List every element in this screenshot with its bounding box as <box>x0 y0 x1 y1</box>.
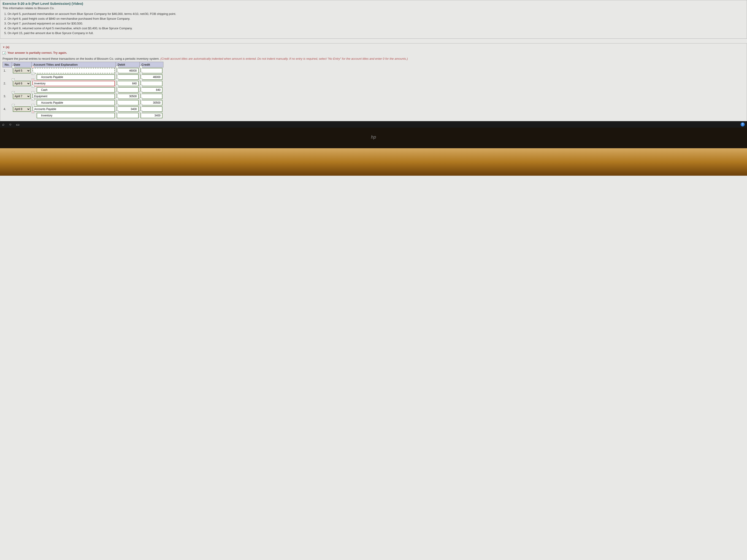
check-icon: ✓ <box>116 78 119 81</box>
debit-cell: ✓ <box>116 87 139 93</box>
row-number <box>3 112 12 119</box>
account-title-input[interactable] <box>36 74 115 80</box>
check-icon: ✓ <box>12 104 15 107</box>
credit-input[interactable] <box>140 68 162 74</box>
debit-input[interactable] <box>117 68 139 74</box>
search-icon[interactable]: ⌕ <box>2 123 5 127</box>
check-icon: ✓ <box>12 65 15 69</box>
account-cell: ✓ <box>32 93 116 100</box>
debit-cell: ✓ <box>116 74 139 80</box>
table-row: 1.✓April 5✕✓✓ <box>3 67 163 74</box>
check-icon: ✓ <box>116 110 119 113</box>
date-cell <box>12 100 32 106</box>
account-title-input[interactable] <box>32 81 115 86</box>
date-cell <box>12 112 32 119</box>
exercise-title: Exercise 5-20 a-b (Part Level Submission… <box>2 2 745 5</box>
feedback-message: ↗ Your answer is partially correct. Try … <box>2 51 745 55</box>
monitor-bezel: hp <box>0 128 747 148</box>
date-select[interactable]: April 6 <box>13 81 31 86</box>
date-select[interactable]: April 7 <box>13 94 31 99</box>
col-date: Date <box>12 62 32 67</box>
instruction-note: (Credit account titles are automatically… <box>160 57 408 60</box>
account-cell: ✕ <box>32 67 116 74</box>
check-icon: ✓ <box>32 104 34 107</box>
date-cell: ✓April 5 <box>12 67 32 74</box>
table-row: ✓✓✓ <box>3 100 163 106</box>
check-icon: ✓ <box>139 65 143 69</box>
journal-table: No. Date Account Titles and Explanation … <box>2 62 163 119</box>
cortana-icon[interactable]: ○ <box>9 123 11 127</box>
debit-input[interactable] <box>117 106 139 112</box>
check-icon: ✓ <box>139 91 143 94</box>
credit-input[interactable] <box>140 106 162 112</box>
credit-input[interactable] <box>140 94 162 99</box>
row-number: 1. <box>3 67 12 74</box>
hp-logo: hp <box>0 128 747 140</box>
credit-cell: ✓ <box>139 93 163 100</box>
account-title-input[interactable] <box>36 87 115 92</box>
check-icon: ✓ <box>116 104 119 107</box>
account-title-input[interactable] <box>32 68 115 74</box>
check-icon: ✓ <box>139 110 143 113</box>
account-cell: ✕ <box>32 80 116 87</box>
account-title-input[interactable] <box>32 106 115 112</box>
col-no: No. <box>3 62 12 67</box>
list-item: On April 6, paid freight costs of $840 o… <box>7 17 745 20</box>
date-select[interactable]: April 8 <box>13 106 31 112</box>
list-item: On April 5, purchased merchandise on acc… <box>7 12 745 16</box>
debit-input[interactable] <box>117 94 139 99</box>
part-label[interactable]: (a) <box>2 45 745 49</box>
credit-input[interactable] <box>140 74 162 80</box>
list-item: On April 8, returned some of April 5 mer… <box>7 27 745 30</box>
credit-cell: ✓ <box>139 112 163 119</box>
windows-taskbar[interactable]: ⌕ ○ ▭ ? <box>0 121 747 128</box>
debit-cell: ✓ <box>116 67 139 74</box>
credit-cell: ✓ <box>139 74 163 80</box>
col-credit: Credit <box>139 62 163 67</box>
account-title-input[interactable] <box>36 113 115 118</box>
list-item: On April 7, purchased equipment on accou… <box>7 22 745 25</box>
table-row: ✕✓✓ <box>3 112 163 119</box>
account-title-input[interactable] <box>32 94 115 99</box>
debit-input[interactable] <box>117 87 139 92</box>
check-icon: ✓ <box>139 72 143 75</box>
check-icon: ✓ <box>116 85 119 88</box>
table-row: 4.✓April 8✓✓✓ <box>3 106 163 112</box>
debit-input[interactable] <box>117 100 139 105</box>
row-number: 3. <box>3 93 12 100</box>
check-icon: ✓ <box>139 98 143 101</box>
credit-input[interactable] <box>140 113 162 118</box>
instruction-main: Prepare the journal entries to record th… <box>2 57 160 60</box>
col-debit: Debit <box>116 62 139 67</box>
row-number <box>3 87 12 93</box>
credit-cell: ✓ <box>139 80 163 87</box>
credit-input[interactable] <box>140 81 162 86</box>
debit-input[interactable] <box>117 113 139 118</box>
taskview-icon[interactable]: ▭ <box>16 123 20 127</box>
intro-text: This information relates to Blossom Co. <box>2 6 745 10</box>
check-icon: ✓ <box>116 98 119 101</box>
check-icon: ✓ <box>32 91 34 94</box>
debit-input[interactable] <box>117 74 139 80</box>
partial-correct-icon: ↗ <box>2 51 6 55</box>
debit-input[interactable] <box>117 81 139 86</box>
table-row: 2.✓April 6✕✓✓ <box>3 80 163 87</box>
row-number <box>3 100 12 106</box>
date-select[interactable]: April 5 <box>13 68 31 74</box>
credit-cell: ✓ <box>139 87 163 93</box>
help-icon[interactable]: ? <box>741 123 745 127</box>
x-icon: ✕ <box>32 65 34 69</box>
credit-input[interactable] <box>140 100 162 105</box>
account-title-input[interactable] <box>36 100 115 105</box>
date-cell: ✓April 6 <box>12 80 32 87</box>
check-icon: ✓ <box>116 72 119 75</box>
debit-cell: ✓ <box>116 106 139 112</box>
check-icon: ✓ <box>116 91 119 94</box>
check-icon: ✓ <box>32 72 34 75</box>
check-icon: ✓ <box>139 104 143 107</box>
transaction-list: On April 5, purchased merchandise on acc… <box>7 12 745 35</box>
part-a-block: (a) ↗ Your answer is partially correct. … <box>0 43 747 121</box>
credit-input[interactable] <box>140 87 162 92</box>
date-cell: ✓April 7 <box>12 93 32 100</box>
check-icon: ✓ <box>32 85 34 88</box>
